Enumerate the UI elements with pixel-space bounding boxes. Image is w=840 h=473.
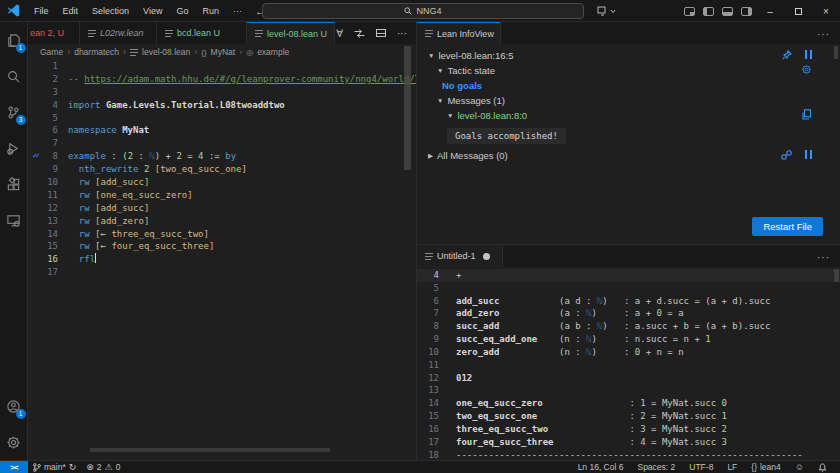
compare-changes-icon[interactable]	[354, 29, 365, 38]
code-line[interactable]: 8succ_add (a b : ℕ) : a.succ + b = (a + …	[417, 320, 840, 333]
menu-view[interactable]: View	[136, 0, 169, 22]
eol-item[interactable]: LF	[720, 462, 744, 472]
more-actions-icon[interactable]: ···	[817, 252, 830, 263]
tab-partial-lean[interactable]: ean 2, U	[28, 22, 80, 44]
scratch-vertical-scrollbar[interactable]	[834, 269, 839, 282]
code-line[interactable]: 13 rw [add_zero]	[28, 215, 416, 228]
code-line[interactable]: 16 rfl	[28, 253, 416, 266]
toggle-sidebar-icon[interactable]	[703, 7, 714, 16]
explorer-icon[interactable]: 1	[0, 22, 28, 58]
split-editor-icon[interactable]	[376, 29, 386, 37]
notifications-item[interactable]	[811, 463, 834, 472]
code-line[interactable]: 9succ_eq_add_one (n : ℕ) : n.succ = n + …	[417, 333, 840, 346]
messages-section[interactable]: ▼ Messages (1)	[437, 95, 505, 106]
code-line[interactable]: 12012	[417, 372, 840, 385]
open-remote-window-icon[interactable]	[597, 6, 616, 16]
cursor-position-item[interactable]: Ln 16, Col 6	[571, 462, 631, 472]
code-line[interactable]: 10zero_add (n : ℕ) : 0 + n = n	[417, 346, 840, 359]
restart-file-button[interactable]: Restart File	[752, 217, 823, 236]
restore-button[interactable]	[784, 6, 812, 17]
code-line[interactable]: 5	[28, 112, 416, 125]
code-line[interactable]: 16three_eq_succ_two : 3 = MyNat.succ 2	[417, 423, 840, 436]
menu-edit[interactable]: Edit	[56, 0, 86, 22]
infoview-scrollbar[interactable]	[834, 46, 838, 59]
search-icon[interactable]	[0, 58, 28, 94]
pause-updates-icon[interactable]	[805, 50, 812, 59]
tab-level-08[interactable]: level-08.lean U ×	[247, 22, 335, 44]
settings-gear-icon[interactable]	[0, 424, 28, 460]
unsaved-dot-icon[interactable]	[483, 253, 490, 260]
code-line[interactable]: 7	[28, 137, 416, 150]
scratch-code-editor[interactable]: 3---------------------------------------…	[417, 267, 840, 460]
accounts-icon[interactable]: 1	[0, 388, 28, 424]
code-line[interactable]: 17four_eq_succ_three : 4 = MyNat.succ 3	[417, 436, 840, 449]
code-line[interactable]: 1	[28, 60, 416, 73]
code-line[interactable]: 17	[28, 266, 416, 279]
tab-l02rw[interactable]: L02rw.lean	[80, 22, 157, 44]
code-line[interactable]: 2-- https://adam.math.hhu.de/#/g/leanpro…	[28, 73, 416, 86]
code-line[interactable]: 13	[417, 384, 840, 397]
breadcrumb-item[interactable]: example	[257, 47, 289, 57]
code-line[interactable]: 5	[417, 282, 840, 295]
code-line[interactable]: 3---------------------------------------…	[417, 267, 840, 269]
infoview-cursor-section[interactable]: ▼ level-08.lean:16:5	[428, 50, 513, 61]
indentation-item[interactable]: Spaces: 2	[630, 462, 682, 472]
code-line[interactable]: 11	[417, 359, 840, 372]
close-tab-icon[interactable]: ×	[500, 28, 501, 39]
editor-horizontal-scrollbar[interactable]	[90, 448, 330, 452]
pause-updates-icon[interactable]	[805, 150, 812, 159]
feedback-item[interactable]: ☺	[788, 462, 811, 472]
remote-indicator[interactable]: ><	[0, 461, 28, 473]
customize-layout-icon[interactable]	[684, 7, 695, 16]
minimize-button[interactable]: –	[756, 6, 784, 17]
menu-run[interactable]: Run	[195, 0, 226, 22]
gear-icon[interactable]	[801, 64, 812, 75]
editor-vertical-scrollbar[interactable]	[404, 46, 411, 170]
breadcrumb-item[interactable]: level-08.lean	[142, 47, 190, 57]
toggle-panel-icon[interactable]	[722, 7, 733, 16]
menu-file[interactable]: File	[27, 0, 56, 22]
problems-item[interactable]: ⊗ 2 ⚠ 0	[81, 462, 125, 472]
breadcrumb-item[interactable]: dharmatech	[74, 47, 119, 57]
tab-untitled-1[interactable]: Untitled-1	[417, 245, 503, 267]
code-line[interactable]: 10 rw [add_succ]	[28, 176, 416, 189]
code-line[interactable]: 15two_eq_succ_one : 2 = MyNat.succ 1	[417, 410, 840, 423]
code-line[interactable]: 12 rw [add_succ]	[28, 202, 416, 215]
code-line[interactable]: 3	[28, 86, 416, 99]
code-line[interactable]: ✓✓8example : (2 : ℕ) + 2 = 4 := by	[28, 150, 416, 163]
menu-go[interactable]: Go	[169, 0, 195, 22]
code-editor[interactable]: 12-- https://adam.math.hhu.de/#/g/leanpr…	[28, 60, 416, 460]
code-line[interactable]: 6add_succ (a d : ℕ) : a + d.succ = (a + …	[417, 295, 840, 308]
language-mode-item[interactable]: {}lean4	[744, 462, 788, 472]
message-location-section[interactable]: ▼ level-08.lean:8:0	[447, 110, 527, 121]
menu-selection[interactable]: Selection	[85, 0, 136, 22]
remote-explorer-icon[interactable]	[0, 202, 28, 238]
close-tab-icon[interactable]: ×	[333, 28, 335, 39]
tab-lean-infoview[interactable]: Lean InfoView ×	[417, 22, 501, 44]
menu-[interactable]: ···	[226, 0, 249, 22]
code-line[interactable]: 4+	[417, 269, 840, 282]
code-line[interactable]: 15 rw [← four_eq_succ_three]	[28, 240, 416, 253]
more-actions-icon[interactable]: ···	[817, 29, 830, 40]
tactic-state-section[interactable]: ▼ Tactic state	[437, 65, 495, 76]
source-control-icon[interactable]: 3	[0, 94, 28, 130]
code-line[interactable]: 14one_eq_succ_zero : 1 = MyNat.succ 0	[417, 397, 840, 410]
breadcrumb-item[interactable]: MyNat	[211, 47, 236, 57]
git-branch-item[interactable]: main* ↻	[28, 462, 81, 472]
code-line[interactable]: 18--------------------------------------…	[417, 449, 840, 460]
code-line[interactable]: 6namespace MyNat	[28, 124, 416, 137]
encoding-item[interactable]: UTF-8	[682, 462, 720, 472]
toggle-secondary-sidebar-icon[interactable]	[741, 7, 752, 16]
link-icon[interactable]	[781, 150, 792, 160]
command-center-search[interactable]: NNG4	[262, 3, 584, 19]
code-line[interactable]: 7add_zero (a : ℕ) : a + 0 = a	[417, 307, 840, 320]
all-messages-section[interactable]: ▶ All Messages (0)	[428, 150, 508, 161]
tab-bcd[interactable]: bcd.lean U	[157, 22, 247, 44]
code-line[interactable]: 9 nth_rewrite 2 [two_eq_succ_one]	[28, 163, 416, 176]
code-line[interactable]: 4import Game.Levels.Tutorial.L08twoaddtw…	[28, 99, 416, 112]
lean-infoview-toggle-icon[interactable]: ∀	[336, 28, 343, 39]
run-debug-icon[interactable]	[0, 130, 28, 166]
pin-icon[interactable]	[782, 50, 792, 60]
code-line[interactable]: 14 rw [← three_eq_succ_two]	[28, 228, 416, 241]
code-line[interactable]: 11 rw [one_eq_succ_zero]	[28, 189, 416, 202]
